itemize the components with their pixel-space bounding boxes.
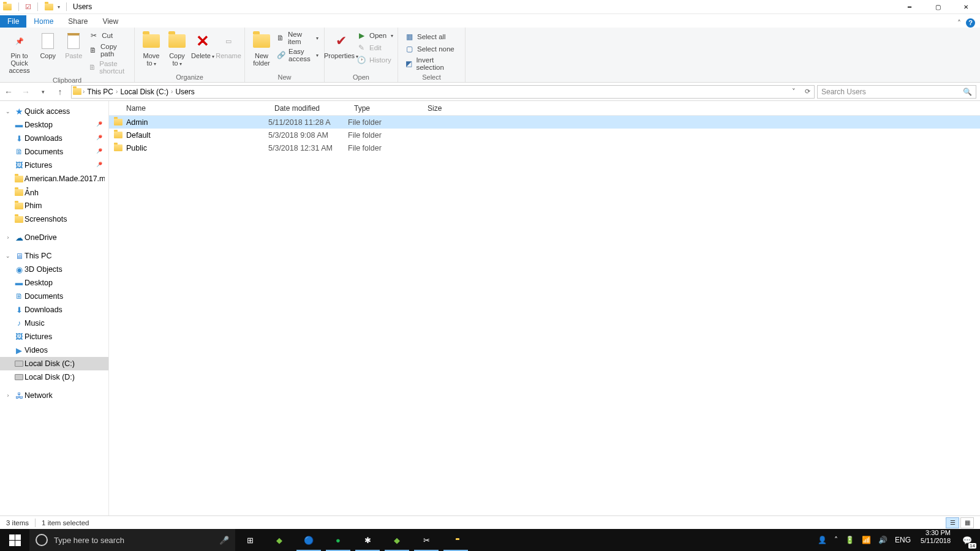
delete-button[interactable]: ✕Delete▾ [190, 29, 216, 62]
maximize-button[interactable]: ▢ [924, 0, 952, 14]
nav-this-pc[interactable]: ⌄🖥This PC [0, 249, 108, 263]
nav-disk-d[interactable]: Local Disk (D:) [0, 370, 108, 384]
back-button[interactable]: ← [0, 83, 17, 100]
moveto-icon [141, 31, 161, 51]
history-button[interactable]: 🕑History [354, 54, 396, 66]
view-large-button[interactable]: ▦ [960, 517, 974, 528]
properties-button[interactable]: ✔Properties▾ [328, 29, 354, 62]
nav-pictures[interactable]: 🖼Pictures [0, 330, 108, 343]
nav-folder[interactable]: Screenshots [0, 212, 108, 226]
file-list[interactable]: Admin5/11/2018 11:28 AFile folderDefault… [109, 116, 980, 515]
copy-button[interactable]: Copy [35, 29, 61, 62]
nav-folder[interactable]: Ảnh [0, 186, 108, 199]
taskbar-spotify[interactable]: ● [323, 529, 353, 551]
videos-icon: ▶ [13, 346, 24, 355]
tab-file[interactable]: File [0, 15, 26, 28]
selectnone-icon: ▢ [404, 44, 414, 54]
copy-to-button[interactable]: Copy to▾ [164, 29, 190, 69]
paste-button[interactable]: Paste [61, 29, 86, 62]
taskbar-app[interactable]: ✱ [353, 529, 382, 551]
clock[interactable]: 3:30 PM 5/11/2018 [917, 529, 954, 551]
qat-dropdown-icon[interactable]: ▾ [58, 4, 60, 10]
col-header-name[interactable]: Name [109, 104, 268, 113]
nav-network[interactable]: ›🖧Network [0, 389, 108, 402]
recent-dropdown[interactable]: ▾ [34, 83, 51, 100]
nav-downloads[interactable]: ⬇Downloads [0, 303, 108, 317]
taskview-button[interactable]: ⊞ [235, 529, 265, 551]
minimize-button[interactable]: ━ [895, 0, 924, 14]
breadcrumb-disk[interactable]: Local Disk (C:) [118, 88, 171, 96]
nav-disk-c[interactable]: Local Disk (C:) [0, 357, 108, 370]
search-input[interactable]: Search Users 🔍 [817, 85, 976, 99]
pin-quick-access-button[interactable]: 📌Pin to Quick access [4, 29, 35, 77]
nav-desktop[interactable]: ▬Desktop📍 [0, 118, 108, 132]
wifi-icon[interactable]: 📶 [862, 536, 871, 544]
easy-access-button[interactable]: 🔗Easy access▾ [274, 47, 321, 63]
file-row[interactable]: Public5/3/2018 12:31 AMFile folder [109, 141, 980, 154]
mic-icon[interactable]: 🎤 [219, 536, 229, 545]
up-button[interactable]: ↑ [51, 83, 69, 100]
select-none-button[interactable]: ▢Select none [402, 43, 461, 54]
nav-quick-access[interactable]: ⌄★Quick access [0, 105, 108, 118]
invert-selection-button[interactable]: ◩Invert selection [402, 56, 461, 72]
pin-icon: 📍 [94, 159, 105, 171]
new-folder-button[interactable]: New folder [249, 29, 274, 69]
view-details-button[interactable]: ☰ [946, 517, 959, 528]
notifications-button[interactable]: 💬 14 [954, 529, 980, 551]
select-all-button[interactable]: ▦Select all [402, 31, 461, 42]
nav-documents[interactable]: 🗎Documents [0, 290, 108, 303]
help-icon[interactable]: ? [966, 18, 975, 28]
nav-folder[interactable]: American.Made.2017.m [0, 172, 108, 186]
breadcrumb-folder[interactable]: Users [173, 88, 197, 96]
file-row[interactable]: Default5/3/2018 9:08 AMFile folder [109, 129, 980, 141]
start-button[interactable] [0, 529, 29, 551]
nav-desktop[interactable]: ▬Desktop [0, 276, 108, 290]
taskbar-chrome[interactable]: 🔵 [294, 529, 323, 551]
tray-expand-icon[interactable]: ˄ [834, 536, 838, 544]
battery-icon[interactable]: 🔋 [845, 536, 854, 544]
cut-button[interactable]: ✂Cut [86, 30, 130, 41]
nav-3d-objects[interactable]: ◉3D Objects [0, 263, 108, 276]
nav-documents[interactable]: 🗎Documents📍 [0, 145, 108, 159]
volume-icon[interactable]: 🔊 [878, 536, 888, 544]
forward-button[interactable]: → [17, 83, 34, 100]
cortana-search[interactable]: Type here to search 🎤 [29, 529, 235, 551]
collapse-ribbon-icon[interactable]: ˄ [957, 19, 961, 28]
col-header-type[interactable]: Type [348, 104, 421, 113]
clock-date: 5/11/2018 [921, 537, 951, 545]
refresh-icon[interactable]: ⟳ [801, 88, 814, 96]
open-button[interactable]: ▶Open▾ [354, 30, 396, 41]
breadcrumb-thispc[interactable]: This PC [85, 88, 116, 96]
clock-time: 3:30 PM [925, 529, 951, 537]
tab-share[interactable]: Share [61, 15, 95, 28]
move-to-button[interactable]: Move to▾ [138, 29, 164, 69]
edit-button[interactable]: ✎Edit [354, 42, 396, 53]
nav-downloads[interactable]: ⬇Downloads📍 [0, 132, 108, 145]
paste-shortcut-button[interactable]: 🗎Paste shortcut [86, 59, 130, 75]
new-item-button[interactable]: 🗎New item▾ [274, 30, 321, 46]
column-headers: Name Date modified Type Size [109, 101, 980, 116]
qat-props-icon[interactable]: ☑ [25, 3, 31, 11]
nav-onedrive[interactable]: ›☁OneDrive [0, 231, 108, 244]
nav-pictures[interactable]: 🖼Pictures📍 [0, 159, 108, 172]
address-bar[interactable]: › This PC › Local Disk (C:) › Users ˅ ⟳ [71, 85, 815, 99]
tab-home[interactable]: Home [26, 15, 61, 28]
taskbar-app[interactable]: ◆ [265, 529, 294, 551]
nav-music[interactable]: ♪Music [0, 317, 108, 330]
address-dropdown-icon[interactable]: ˅ [787, 88, 801, 96]
people-icon[interactable]: 👤 [818, 536, 827, 544]
col-header-size[interactable]: Size [421, 104, 477, 113]
desktop-icon: ▬ [13, 121, 24, 129]
taskbar-app[interactable]: ◆ [382, 529, 412, 551]
tab-view[interactable]: View [95, 15, 126, 28]
col-header-date[interactable]: Date modified [268, 104, 348, 113]
nav-folder[interactable]: Phim [0, 199, 108, 212]
close-button[interactable]: ✕ [952, 0, 980, 14]
group-label: Organize [138, 73, 241, 82]
nav-videos[interactable]: ▶Videos [0, 343, 108, 357]
taskbar-explorer[interactable] [441, 529, 470, 551]
rename-button[interactable]: ▭Rename [216, 29, 241, 62]
file-row[interactable]: Admin5/11/2018 11:28 AFile folder [109, 116, 980, 129]
taskbar-snip[interactable]: ✂ [412, 529, 441, 551]
copy-path-button[interactable]: 🗎Copy path [86, 42, 130, 58]
